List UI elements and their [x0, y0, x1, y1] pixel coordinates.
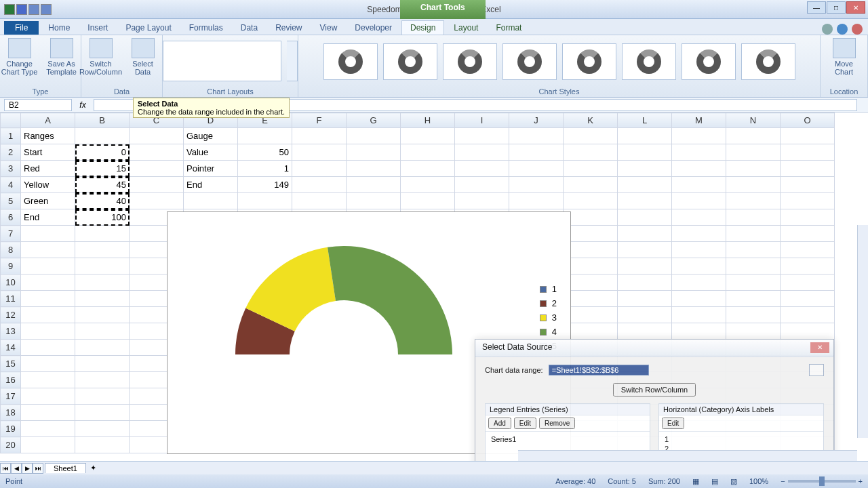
move-chart-button[interactable]: Move Chart: [826, 38, 863, 76]
cell[interactable]: [564, 226, 618, 242]
horizontal-scrollbar[interactable]: [518, 450, 857, 461]
cell[interactable]: [292, 144, 347, 161]
cell[interactable]: [726, 209, 781, 226]
cell[interactable]: [781, 226, 835, 242]
workbook-close-icon[interactable]: [852, 24, 863, 35]
row-header[interactable]: 5: [1, 193, 21, 209]
cell[interactable]: [75, 226, 130, 242]
cell[interactable]: [292, 128, 347, 144]
cell[interactable]: 45: [75, 177, 130, 193]
cell[interactable]: [618, 128, 672, 144]
chart-style-5[interactable]: [562, 43, 616, 80]
cell[interactable]: [21, 226, 75, 242]
cell[interactable]: [401, 128, 455, 144]
row-header[interactable]: 1: [1, 128, 21, 144]
cell[interactable]: 1: [238, 161, 292, 177]
cell[interactable]: 149: [238, 177, 292, 193]
dialog-close-button[interactable]: ✕: [810, 342, 829, 353]
chart-data-range-input[interactable]: [549, 365, 649, 375]
cell[interactable]: [672, 209, 726, 226]
switch-row-column-button[interactable]: Switch Row/Column: [83, 38, 119, 76]
cell[interactable]: [672, 128, 726, 144]
cell[interactable]: [672, 193, 726, 209]
sheet-tab[interactable]: Sheet1: [45, 463, 86, 473]
cell[interactable]: [672, 258, 726, 274]
cell[interactable]: [455, 177, 509, 193]
tab-insert[interactable]: Insert: [79, 21, 116, 35]
cell[interactable]: [564, 307, 618, 323]
cell[interactable]: [564, 177, 618, 193]
cell[interactable]: [21, 437, 75, 453]
redo-icon[interactable]: [41, 4, 52, 15]
cell[interactable]: [130, 128, 184, 144]
cell[interactable]: [726, 193, 781, 209]
cell[interactable]: [781, 274, 835, 291]
cell[interactable]: [75, 274, 130, 291]
cell[interactable]: [564, 209, 618, 226]
col-header[interactable]: L: [618, 113, 672, 128]
cell[interactable]: [781, 242, 835, 258]
cell[interactable]: [726, 258, 781, 274]
cell[interactable]: [672, 242, 726, 258]
cell[interactable]: 40: [75, 193, 130, 209]
undo-icon[interactable]: [28, 4, 39, 15]
cell[interactable]: [21, 388, 75, 405]
sheet-nav-prev[interactable]: ◀: [11, 463, 22, 474]
cell[interactable]: [401, 177, 455, 193]
cell[interactable]: [21, 340, 75, 356]
col-header[interactable]: J: [509, 113, 564, 128]
cell[interactable]: Gauge: [184, 128, 238, 144]
row-header[interactable]: 9: [1, 258, 21, 274]
cell[interactable]: [130, 193, 184, 209]
cell[interactable]: [292, 193, 347, 209]
sheet-nav-next[interactable]: ▶: [22, 463, 33, 474]
cell[interactable]: [238, 193, 292, 209]
cell[interactable]: [347, 177, 401, 193]
cell[interactable]: [130, 177, 184, 193]
cell[interactable]: [509, 128, 564, 144]
cell[interactable]: 15: [75, 161, 130, 177]
cell[interactable]: [618, 226, 672, 242]
cell[interactable]: [292, 161, 347, 177]
cell[interactable]: [184, 193, 238, 209]
cell[interactable]: [21, 323, 75, 340]
maximize-button[interactable]: □: [827, 1, 846, 14]
cell[interactable]: [781, 209, 835, 226]
cell[interactable]: [130, 161, 184, 177]
chart-style-4[interactable]: [502, 43, 557, 80]
cell[interactable]: [75, 372, 130, 388]
cell[interactable]: [781, 144, 835, 161]
cell[interactable]: [21, 421, 75, 437]
row-header[interactable]: 6: [1, 209, 21, 226]
cell[interactable]: [130, 144, 184, 161]
tab-file[interactable]: File: [4, 21, 39, 35]
cell[interactable]: [618, 291, 672, 307]
view-pagebreak-icon[interactable]: ▧: [730, 477, 737, 486]
category-edit-button[interactable]: Edit: [662, 418, 684, 429]
cell[interactable]: [564, 128, 618, 144]
chart-style-7[interactable]: [682, 43, 736, 80]
minimize-button[interactable]: —: [807, 1, 826, 14]
cell[interactable]: [726, 274, 781, 291]
row-header[interactable]: 13: [1, 323, 21, 340]
tab-format[interactable]: Format: [488, 21, 530, 35]
cell[interactable]: [618, 242, 672, 258]
col-header[interactable]: K: [564, 113, 618, 128]
cell[interactable]: [672, 226, 726, 242]
cell[interactable]: [75, 258, 130, 274]
cell[interactable]: [347, 161, 401, 177]
cell[interactable]: [292, 177, 347, 193]
cell[interactable]: [75, 388, 130, 405]
cell[interactable]: [618, 161, 672, 177]
cell[interactable]: [509, 177, 564, 193]
help-icon[interactable]: [837, 24, 848, 35]
cell[interactable]: [75, 421, 130, 437]
cell[interactable]: [401, 161, 455, 177]
col-header[interactable]: M: [672, 113, 726, 128]
cell[interactable]: Red: [21, 161, 75, 177]
switch-row-column-dialog-button[interactable]: Switch Row/Column: [613, 383, 696, 396]
col-header[interactable]: B: [75, 113, 130, 128]
chart-style-3[interactable]: [443, 43, 497, 80]
row-header[interactable]: 7: [1, 226, 21, 242]
cell[interactable]: [21, 307, 75, 323]
